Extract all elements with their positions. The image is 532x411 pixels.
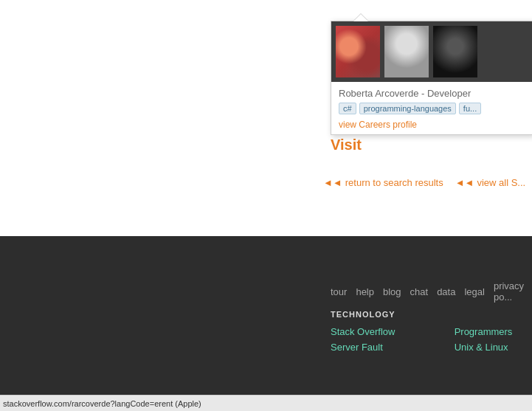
role-separator: -	[421, 88, 427, 99]
footer-link-serverfault[interactable]: Server Fault	[331, 342, 395, 353]
footer-link-data[interactable]: data	[437, 286, 455, 297]
tags-row: c# programming-languages fu...	[339, 103, 525, 114]
nav-links-row: ◄◄ return to search results ◄◄ view all …	[323, 177, 525, 188]
main-content: Roberta Arcoverde - Developer c# program…	[0, 0, 532, 236]
footer-link-chat[interactable]: chat	[410, 286, 429, 297]
footer-link-legal[interactable]: legal	[464, 286, 484, 297]
popup-header	[331, 21, 532, 82]
visit-section: Visit	[331, 137, 362, 153]
return-label: return to search results	[345, 177, 443, 188]
footer: tour help blog chat data legal privacy p…	[0, 236, 532, 411]
tag-more: fu...	[459, 103, 481, 114]
footer-nav: tour help blog chat data legal privacy p…	[331, 280, 532, 303]
careers-link[interactable]: view Careers profile	[339, 120, 417, 130]
footer-col-technology: TECHNOLOGY Stack Overflow Server Fault	[331, 310, 395, 357]
footer-columns: TECHNOLOGY Stack Overflow Server Fault P…	[331, 310, 512, 357]
avatar-1	[336, 26, 380, 77]
footer-col2-spacer	[455, 310, 513, 319]
footer-link-help[interactable]: help	[356, 286, 374, 297]
role-text: Developer	[427, 88, 471, 99]
visit-text: Visit	[331, 137, 362, 153]
footer-link-tour[interactable]: tour	[331, 286, 347, 297]
name-text: Roberta Arcoverde	[339, 88, 418, 99]
return-arrow-icon: ◄◄	[323, 177, 342, 188]
footer-link-programmers[interactable]: Programmers	[455, 326, 513, 337]
view-all-link[interactable]: ◄◄ view all S...	[455, 177, 525, 188]
avatar-3	[433, 26, 477, 77]
status-suffix: erent (Apple)	[154, 399, 201, 408]
footer-link-blog[interactable]: blog	[383, 286, 401, 297]
profile-popup: Roberta Arcoverde - Developer c# program…	[331, 21, 532, 135]
status-bar: stackoverflow.com/rarcoverde?langCode= e…	[0, 395, 532, 411]
viewall-arrow-icon: ◄◄	[455, 177, 474, 188]
status-url: stackoverflow.com/rarcoverde?langCode=	[3, 399, 154, 408]
popup-body: Roberta Arcoverde - Developer c# program…	[331, 82, 532, 134]
footer-link-privacy[interactable]: privacy po...	[494, 280, 532, 303]
footer-link-stackoverflow[interactable]: Stack Overflow	[331, 326, 395, 337]
avatar-2	[384, 26, 429, 77]
footer-link-unix[interactable]: Unix & Linux	[455, 342, 513, 353]
tag-programming-languages: programming-languages	[359, 103, 456, 114]
viewall-label: view all S...	[477, 177, 525, 188]
footer-col-2: Programmers Unix & Linux	[455, 310, 513, 357]
tag-csharp: c#	[339, 103, 356, 114]
technology-header: TECHNOLOGY	[331, 310, 395, 319]
popup-arrow	[353, 14, 368, 21]
return-search-link[interactable]: ◄◄ return to search results	[323, 177, 443, 188]
profile-name: Roberta Arcoverde - Developer	[339, 88, 525, 99]
